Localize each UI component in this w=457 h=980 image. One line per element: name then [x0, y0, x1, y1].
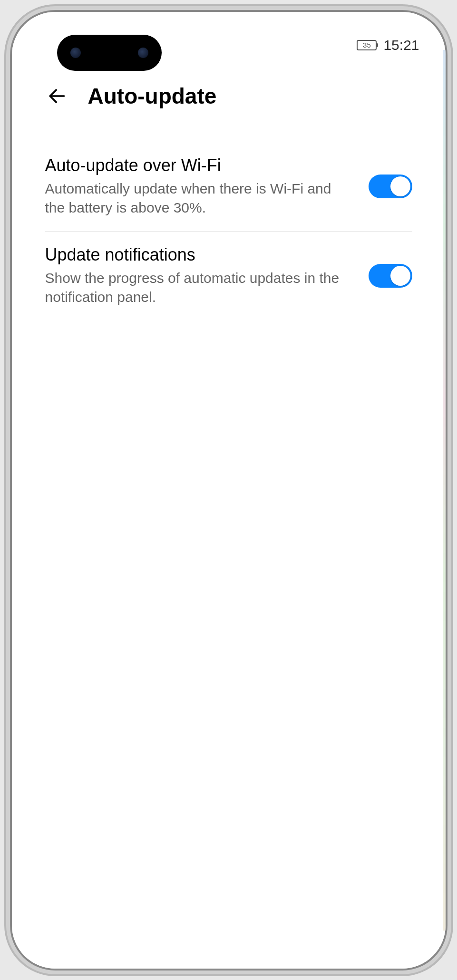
- setting-update-notifications[interactable]: Update notifications Show the progress o…: [45, 232, 412, 320]
- battery-indicator: 35: [357, 40, 377, 50]
- toggle-update-notifications[interactable]: [369, 264, 412, 288]
- phone-frame: 35 15:21 Auto-update Auto-update over Wi…: [10, 10, 447, 970]
- camera-lens-right: [138, 48, 148, 58]
- battery-icon: 35: [357, 40, 377, 50]
- camera-lens-left: [70, 48, 81, 58]
- setting-text-block: Auto-update over Wi-Fi Automatically upd…: [45, 155, 354, 218]
- back-button[interactable]: [45, 84, 69, 108]
- setting-auto-update-wifi[interactable]: Auto-update over Wi-Fi Automatically upd…: [45, 142, 412, 232]
- back-arrow-icon: [47, 86, 68, 107]
- page-title: Auto-update: [88, 83, 217, 109]
- setting-text-block: Update notifications Show the progress o…: [45, 245, 354, 307]
- setting-description: Automatically update when there is Wi-Fi…: [45, 179, 354, 218]
- settings-list: Auto-update over Wi-Fi Automatically upd…: [12, 123, 446, 320]
- toggle-auto-update-wifi[interactable]: [369, 175, 412, 198]
- camera-cutout: [57, 35, 162, 71]
- setting-title: Update notifications: [45, 245, 354, 265]
- screen: 35 15:21 Auto-update Auto-update over Wi…: [12, 12, 446, 969]
- setting-title: Auto-update over Wi-Fi: [45, 155, 354, 175]
- clock-time: 15:21: [383, 37, 419, 53]
- battery-level: 35: [363, 41, 371, 49]
- edge-gradient: [443, 50, 446, 931]
- setting-description: Show the progress of automatic updates i…: [45, 269, 354, 307]
